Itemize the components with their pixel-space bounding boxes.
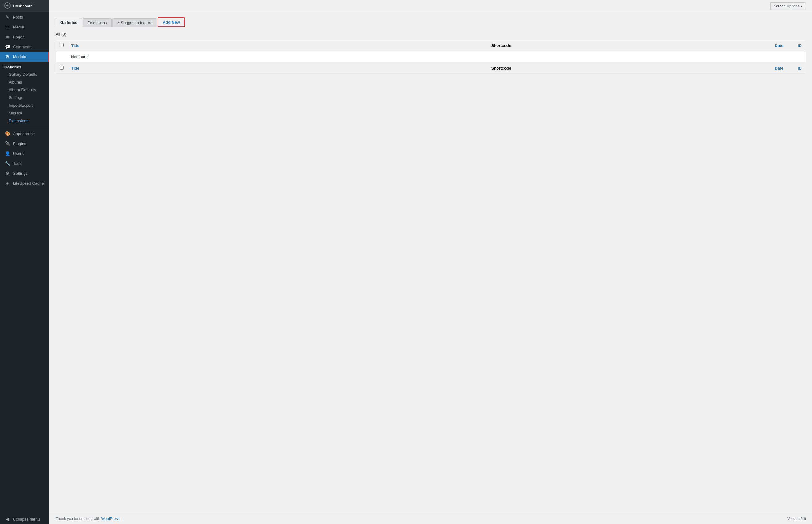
settings-icon: ⚙	[4, 171, 11, 176]
sidebar-item-label: Media	[13, 25, 24, 29]
tab-add-new[interactable]: Add New	[158, 17, 185, 27]
tools-icon: 🔧	[4, 161, 11, 166]
sidebar-item-label: Collapse menu	[13, 517, 40, 522]
th-date[interactable]: Date	[750, 40, 787, 51]
th-title[interactable]: Title	[67, 40, 488, 51]
select-all-footer-checkbox[interactable]	[60, 66, 64, 70]
plugins-icon: 🔌	[4, 141, 11, 146]
sidebar-sub-import-export[interactable]: Import/Export	[0, 101, 49, 109]
sidebar-item-label: Comments	[13, 45, 32, 49]
sidebar-item-posts[interactable]: ✎ Posts	[0, 12, 49, 22]
sidebar-item-dashboard[interactable]: Dashboard	[0, 0, 49, 12]
sidebar-item-label: LiteSpeed Cache	[13, 181, 44, 185]
sidebar-item-litespeed[interactable]: ◈ LiteSpeed Cache	[0, 178, 49, 188]
posts-icon: ✎	[4, 15, 11, 19]
modula-icon: ⚙	[4, 54, 11, 59]
footer-version: Version 5.6	[787, 517, 806, 521]
empty-cb	[56, 51, 68, 63]
sidebar-sub-settings[interactable]: Settings	[0, 94, 49, 101]
sidebar-item-label: Tools	[13, 161, 22, 166]
table-head: Title Shortcode Date ID	[56, 40, 806, 51]
topbar: Screen Options ▾	[49, 0, 812, 12]
table-row-empty: Not found	[56, 51, 806, 63]
sidebar-item-plugins[interactable]: 🔌 Plugins	[0, 138, 49, 148]
sidebar-sub-gallery-defaults[interactable]: Gallery Defaults	[0, 70, 49, 78]
table-footer-row: Title Shortcode Date ID	[56, 63, 806, 74]
thank-you-text: Thank you for creating with	[56, 517, 101, 521]
sidebar-item-label: Users	[13, 151, 23, 156]
tab-suggest[interactable]: ↗ Suggest a feature	[112, 18, 157, 27]
filter-row: All (0)	[56, 32, 806, 36]
chevron-down-icon: ▾	[800, 4, 802, 9]
sidebar-item-modula[interactable]: ⚙ Modula	[0, 52, 49, 62]
footer-left: Thank you for creating with WordPress .	[56, 517, 121, 521]
tfoot-shortcode: Shortcode	[488, 63, 750, 74]
sidebar-sub-extensions[interactable]: Extensions	[0, 117, 49, 125]
tab-extensions[interactable]: Extensions	[83, 18, 112, 27]
gallery-table: Title Shortcode Date ID Not found Title	[56, 39, 806, 74]
sidebar-item-label: Plugins	[13, 141, 26, 146]
litespeed-icon: ◈	[4, 181, 11, 185]
dashboard-icon	[4, 2, 11, 10]
main-content: Screen Options ▾ Galleries Extensions ↗ …	[49, 0, 812, 524]
sidebar-item-label: Modula	[13, 54, 26, 59]
screen-options-label: Screen Options	[774, 4, 799, 9]
comments-icon: 💬	[4, 44, 11, 49]
select-all-header[interactable]	[56, 40, 68, 51]
tfoot-title[interactable]: Title	[67, 63, 488, 74]
filter-count: (0)	[61, 32, 66, 36]
users-icon: 👤	[4, 151, 11, 156]
table-header-row: Title Shortcode Date ID	[56, 40, 806, 51]
collapse-icon: ◀	[4, 517, 11, 522]
table-foot: Title Shortcode Date ID	[56, 63, 806, 74]
page-footer: Thank you for creating with WordPress . …	[49, 513, 812, 524]
sidebar-sub-albums[interactable]: Albums	[0, 78, 49, 86]
sidebar-item-label: Settings	[13, 171, 28, 176]
table-body: Not found	[56, 51, 806, 63]
sidebar-item-users[interactable]: 👤 Users	[0, 148, 49, 158]
modula-section-header: Galleries	[0, 62, 49, 70]
sidebar-item-appearance[interactable]: 🎨 Appearance	[0, 129, 49, 138]
sidebar-item-pages[interactable]: ▤ Pages	[0, 32, 49, 42]
tabs-row: Galleries Extensions ↗ Suggest a feature…	[56, 17, 806, 27]
sidebar-item-media[interactable]: ⬚ Media	[0, 22, 49, 32]
appearance-icon: 🎨	[4, 131, 11, 136]
sidebar-item-collapse[interactable]: ◀ Collapse menu	[0, 514, 49, 524]
empty-message: Not found	[67, 51, 806, 63]
sidebar-item-label: Pages	[13, 35, 24, 39]
sidebar-item-label: Appearance	[13, 131, 35, 136]
sidebar-item-label: Posts	[13, 15, 23, 19]
sidebar-item-settings[interactable]: ⚙ Settings	[0, 168, 49, 178]
sidebar-item-label: Dashboard	[13, 4, 33, 9]
tab-galleries[interactable]: Galleries	[56, 18, 82, 27]
filter-all-label[interactable]: All	[56, 32, 60, 36]
wordpress-link[interactable]: WordPress	[101, 517, 119, 521]
th-shortcode: Shortcode	[488, 40, 750, 51]
sidebar-item-comments[interactable]: 💬 Comments	[0, 42, 49, 52]
select-all-checkbox[interactable]	[60, 43, 64, 47]
sidebar-sub-migrate[interactable]: Migrate	[0, 109, 49, 117]
sidebar-item-tools[interactable]: 🔧 Tools	[0, 158, 49, 168]
content-area: Galleries Extensions ↗ Suggest a feature…	[49, 12, 812, 513]
th-id[interactable]: ID	[787, 40, 806, 51]
external-link-icon: ↗	[117, 21, 120, 25]
tfoot-id[interactable]: ID	[787, 63, 806, 74]
screen-options-button[interactable]: Screen Options ▾	[770, 2, 806, 10]
sidebar: Dashboard ✎ Posts ⬚ Media ▤ Pages 💬 Comm…	[0, 0, 49, 524]
sidebar-sub-album-defaults[interactable]: Album Defaults	[0, 86, 49, 94]
pages-icon: ▤	[4, 34, 11, 39]
tfoot-date[interactable]: Date	[750, 63, 787, 74]
media-icon: ⬚	[4, 24, 11, 29]
select-all-footer[interactable]	[56, 63, 68, 74]
